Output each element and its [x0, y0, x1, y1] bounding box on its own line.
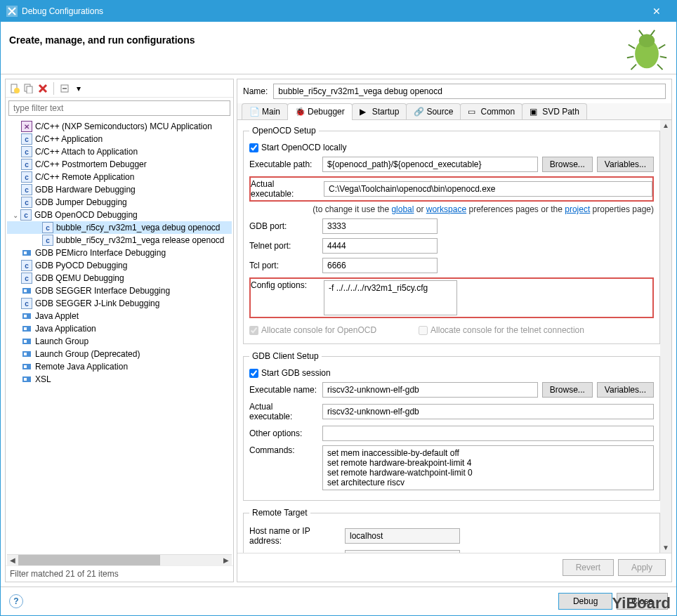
- config-type-icon: [21, 348, 32, 360]
- telnet-port-input[interactable]: [322, 238, 438, 254]
- svg-line-4: [659, 45, 665, 49]
- tree-item[interactable]: GDB PEMicro Interface Debugging: [7, 247, 232, 259]
- openocd-setup-group: OpenOCD Setup Start OpenOCD locally Exec…: [243, 126, 660, 344]
- start-gdb-session-checkbox[interactable]: [249, 369, 258, 378]
- tab-svd-path[interactable]: ▣SVD Path: [522, 103, 587, 119]
- actual-exec-input[interactable]: [324, 181, 652, 197]
- tab-debugger[interactable]: 🐞Debugger: [287, 103, 353, 119]
- other-options-label: Other options:: [249, 428, 318, 438]
- tree-item[interactable]: Launch Group (Deprecated): [7, 348, 232, 360]
- tab-common[interactable]: ▭Common: [460, 103, 522, 119]
- tree-item-label: C/C++ Remote Application: [35, 172, 134, 182]
- tree-item-label: Launch Group: [35, 336, 88, 346]
- tab-icon: ▣: [530, 107, 539, 117]
- filter-dropdown-icon[interactable]: ▾: [72, 82, 85, 95]
- config-type-icon: ✕: [21, 121, 32, 132]
- remote-legend: Remote Target: [249, 508, 310, 518]
- variables-button[interactable]: Variables...: [597, 157, 654, 172]
- tree-item[interactable]: ✕C/C++ (NXP Semiconductors) MCU Applicat…: [7, 120, 232, 133]
- tree-item[interactable]: cGDB Hardware Debugging: [7, 183, 232, 196]
- debugger-tab-content: OpenOCD Setup Start OpenOCD locally Exec…: [237, 120, 671, 553]
- debug-button[interactable]: Debug: [558, 593, 612, 610]
- tree-item[interactable]: cC/C++ Application: [7, 133, 232, 145]
- gdb-exec-name-input[interactable]: [322, 382, 538, 398]
- configurations-tree[interactable]: ✕C/C++ (NXP Semiconductors) MCU Applicat…: [7, 119, 232, 554]
- expander-icon[interactable]: ⌄: [11, 211, 20, 219]
- global-link[interactable]: global: [391, 204, 414, 214]
- config-type-icon: [21, 361, 32, 372]
- tab-source[interactable]: 🔗Source: [406, 103, 461, 119]
- tree-item[interactable]: cGDB SEGGER J-Link Debugging: [7, 297, 232, 310]
- gdb-actual-exec-label: Actual executable:: [249, 402, 318, 421]
- svg-rect-26: [24, 340, 27, 343]
- gdb-browse-button[interactable]: Browse...: [542, 382, 593, 398]
- tree-item[interactable]: cGDB PyOCD Debugging: [7, 259, 232, 272]
- config-type-icon: [21, 310, 32, 322]
- tab-label: SVD Path: [542, 107, 579, 117]
- tree-item[interactable]: cC/C++ Attach to Application: [7, 145, 232, 158]
- scroll-up-icon[interactable]: ▲: [661, 120, 671, 131]
- tab-icon: 🐞: [295, 107, 305, 117]
- tree-item[interactable]: Remote Java Application: [7, 360, 232, 373]
- tree-item[interactable]: Java Applet: [7, 310, 232, 322]
- delete-config-icon[interactable]: [37, 82, 49, 95]
- svg-rect-22: [24, 315, 27, 317]
- tab-main[interactable]: 📄Main: [242, 103, 288, 119]
- tree-item[interactable]: cGDB Jumper Debugging: [7, 196, 232, 209]
- filter-status: Filter matched 21 of 21 items: [6, 565, 233, 582]
- allocate-telnet-console-label: Allocate console for the telnet connecti…: [430, 325, 584, 335]
- tab-startup[interactable]: ▶Startup: [352, 103, 407, 119]
- browse-button[interactable]: Browse...: [542, 157, 593, 172]
- tree-item[interactable]: cC/C++ Remote Application: [7, 171, 232, 183]
- config-editor-panel: Name: 📄Main🐞Debugger▶Startup🔗Source▭Comm…: [237, 79, 672, 582]
- other-options-input[interactable]: [322, 426, 654, 441]
- exec-path-label: Executable path:: [249, 159, 318, 169]
- start-openocd-locally-checkbox[interactable]: [249, 143, 258, 152]
- tree-item[interactable]: cbubble_ri5cy_rv32m1_vega release openoc…: [7, 234, 232, 247]
- content-vertical-scrollbar[interactable]: ▲ ▼: [660, 120, 671, 553]
- tree-item[interactable]: XSL: [7, 373, 232, 386]
- commands-input[interactable]: set mem inaccessible-by-default off set …: [322, 445, 654, 490]
- scroll-down-icon[interactable]: ▼: [661, 542, 671, 553]
- filter-input[interactable]: [8, 100, 230, 116]
- tree-item[interactable]: cC/C++ Postmortem Debugger: [7, 158, 232, 171]
- new-config-icon[interactable]: [8, 82, 21, 95]
- tree-item[interactable]: cGDB QEMU Debugging: [7, 272, 232, 284]
- config-type-icon: c: [21, 171, 32, 183]
- tree-item-label: GDB PyOCD Debugging: [35, 261, 127, 270]
- telnet-port-label: Telnet port:: [249, 241, 318, 251]
- config-type-icon: [21, 285, 32, 296]
- tcl-port-label: Tcl port:: [249, 261, 318, 270]
- tcl-port-input[interactable]: [322, 258, 438, 273]
- dialog-heading: Create, manage, and run configurations: [9, 29, 626, 46]
- window-close-button[interactable]: ✕: [643, 6, 671, 17]
- collapse-all-icon[interactable]: [58, 82, 71, 95]
- duplicate-config-icon[interactable]: [22, 82, 35, 95]
- scroll-left-icon[interactable]: ◀: [7, 556, 18, 564]
- gdb-variables-button[interactable]: Variables...: [597, 382, 654, 398]
- scroll-right-icon[interactable]: ▶: [221, 556, 232, 564]
- openocd-legend: OpenOCD Setup: [249, 126, 319, 136]
- config-type-icon: c: [21, 133, 32, 145]
- tree-horizontal-scrollbar[interactable]: ◀ ▶: [7, 554, 232, 565]
- tree-item[interactable]: ⌄cGDB OpenOCD Debugging: [7, 209, 232, 221]
- remote-target-group: Remote Target Host name or IP address: P…: [243, 508, 660, 553]
- gdb-port-input[interactable]: [322, 218, 438, 234]
- tree-item[interactable]: cbubble_ri5cy_rv32m1_vega debug openocd: [7, 221, 232, 234]
- tree-item-label: GDB Jumper Debugging: [35, 197, 127, 207]
- close-button[interactable]: Close: [617, 593, 668, 610]
- gdb-actual-exec-input[interactable]: [322, 404, 654, 419]
- config-type-icon: c: [21, 197, 32, 208]
- project-link[interactable]: project: [565, 204, 590, 214]
- config-name-input[interactable]: [273, 84, 666, 99]
- tree-item[interactable]: Launch Group: [7, 335, 232, 348]
- tree-item[interactable]: Java Application: [7, 322, 232, 335]
- help-icon[interactable]: ?: [9, 594, 23, 608]
- exec-path-input[interactable]: [322, 157, 538, 172]
- config-options-input[interactable]: -f ../../../../rv32m1_ri5cy.cfg: [324, 280, 457, 315]
- tree-item[interactable]: GDB SEGGER Interface Debugging: [7, 284, 232, 297]
- workspace-link[interactable]: workspace: [426, 204, 466, 214]
- commands-label: Commands:: [249, 445, 318, 455]
- tree-item-label: XSL: [35, 374, 51, 384]
- svg-point-12: [14, 88, 20, 93]
